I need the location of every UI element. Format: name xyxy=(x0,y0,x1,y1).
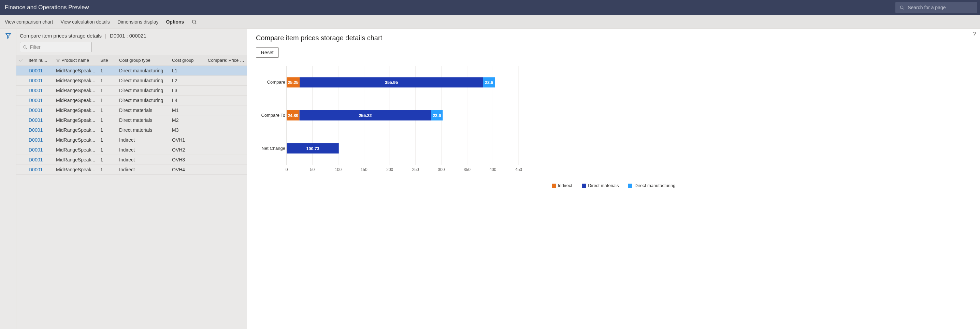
table-row[interactable]: D0001MidRangeSpeak...1Direct manufacturi… xyxy=(16,95,247,105)
svg-text:250: 250 xyxy=(412,167,419,172)
table-row[interactable]: D0001MidRangeSpeak...1Direct manufacturi… xyxy=(16,76,247,86)
svg-text:50: 50 xyxy=(310,167,315,172)
cmd-options[interactable]: Options xyxy=(166,19,184,25)
breadcrumb-record: D0001 : 000021 xyxy=(110,33,146,38)
svg-point-0 xyxy=(900,6,903,8)
svg-text:Net Change: Net Change xyxy=(262,146,285,151)
breadcrumb-page: Compare item prices storage details xyxy=(20,33,102,38)
svg-point-4 xyxy=(24,46,26,48)
global-search-input[interactable] xyxy=(908,5,973,10)
search-icon xyxy=(899,5,904,10)
table-row[interactable]: D0001MidRangeSpeak...1IndirectOVH3 xyxy=(16,155,247,165)
cmd-search-icon[interactable] xyxy=(191,19,197,25)
help-icon[interactable]: ? xyxy=(972,31,976,38)
svg-rect-42 xyxy=(286,143,287,154)
grid-filter[interactable] xyxy=(20,42,91,52)
table-row[interactable]: D0001MidRangeSpeak...1Direct materialsM1 xyxy=(16,105,247,115)
svg-text:200: 200 xyxy=(386,167,393,172)
stacked-bar-chart: 050100150200250300350400450Compare25.253… xyxy=(256,62,522,178)
grid-pane: Compare item prices storage details | D0… xyxy=(16,29,247,329)
svg-text:22.6: 22.6 xyxy=(433,113,441,118)
svg-text:Compare To: Compare To xyxy=(261,113,285,118)
app-titlebar: Finance and Operations Preview xyxy=(0,0,980,15)
details-grid[interactable]: Item nu... Product name Site Cost group … xyxy=(16,55,247,175)
svg-text:300: 300 xyxy=(438,167,445,172)
svg-point-2 xyxy=(192,20,196,23)
svg-text:24.89: 24.89 xyxy=(288,113,298,118)
filter-icon xyxy=(56,58,60,62)
svg-text:350: 350 xyxy=(464,167,471,172)
table-row[interactable]: D0001MidRangeSpeak...1IndirectOVH2 xyxy=(16,145,247,155)
global-search[interactable] xyxy=(896,2,977,13)
check-icon xyxy=(18,58,23,63)
table-row[interactable]: D0001MidRangeSpeak...1IndirectOVH4 xyxy=(16,165,247,175)
svg-text:0: 0 xyxy=(286,167,288,172)
chart: 050100150200250300350400450Compare25.253… xyxy=(256,62,971,188)
table-row[interactable]: D0001MidRangeSpeak...1Direct materialsM3 xyxy=(16,125,247,135)
svg-text:355.95: 355.95 xyxy=(385,80,398,85)
svg-text:255.22: 255.22 xyxy=(359,113,372,118)
svg-line-5 xyxy=(26,48,27,48)
svg-text:400: 400 xyxy=(489,167,496,172)
legend-item[interactable]: Direct materials xyxy=(582,183,619,188)
app-title: Finance and Operations Preview xyxy=(0,4,94,11)
table-row[interactable]: D0001MidRangeSpeak...1Direct manufacturi… xyxy=(16,66,247,76)
table-row[interactable]: D0001MidRangeSpeak...1Direct materialsM2 xyxy=(16,115,247,125)
grid-filter-input[interactable] xyxy=(30,45,89,50)
svg-text:100: 100 xyxy=(335,167,342,172)
chart-pane: ? Compare item prices storage details ch… xyxy=(247,29,980,329)
table-row[interactable]: D0001MidRangeSpeak...1Direct manufacturi… xyxy=(16,86,247,95)
svg-text:Compare: Compare xyxy=(267,79,285,85)
col-cgtype[interactable]: Cost group type xyxy=(117,55,170,66)
filter-pane-icon[interactable] xyxy=(5,32,11,40)
svg-text:100.73: 100.73 xyxy=(306,146,320,151)
chart-legend: IndirectDirect materialsDirect manufactu… xyxy=(256,183,971,188)
col-site[interactable]: Site xyxy=(98,55,117,66)
left-rail xyxy=(0,29,16,329)
cmd-view-chart[interactable]: View comparison chart xyxy=(5,19,53,25)
svg-text:25.25: 25.25 xyxy=(288,80,298,85)
command-bar: View comparison chart View calculation d… xyxy=(0,15,980,29)
breadcrumb: Compare item prices storage details | D0… xyxy=(16,29,247,42)
search-icon xyxy=(23,45,27,49)
col-product[interactable]: Product name xyxy=(54,55,98,66)
table-row[interactable]: D0001MidRangeSpeak...1IndirectOVH1 xyxy=(16,135,247,145)
col-item[interactable]: Item nu... xyxy=(27,55,54,66)
col-compareqty[interactable]: Compare: Price qu... xyxy=(206,55,247,66)
svg-line-3 xyxy=(195,23,196,24)
svg-text:450: 450 xyxy=(515,167,522,172)
col-cgroup[interactable]: Cost group xyxy=(170,55,206,66)
svg-line-1 xyxy=(903,8,904,10)
cmd-dimensions[interactable]: Dimensions display xyxy=(118,19,159,25)
svg-text:150: 150 xyxy=(361,167,368,172)
reset-button[interactable]: Reset xyxy=(256,48,279,58)
panel-title: Compare item prices storage details char… xyxy=(256,34,971,42)
legend-item[interactable]: Indirect xyxy=(552,183,573,188)
cmd-view-calc[interactable]: View calculation details xyxy=(60,19,110,25)
col-select[interactable] xyxy=(16,55,27,66)
legend-item[interactable]: Direct manufacturing xyxy=(628,183,675,188)
svg-text:22.6: 22.6 xyxy=(485,80,493,85)
